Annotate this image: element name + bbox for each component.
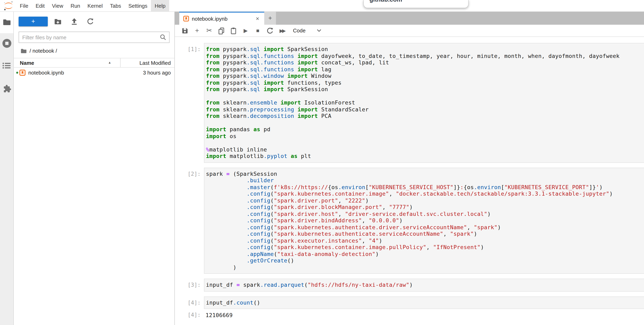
sidebar-tab-toc[interactable] (2, 62, 11, 69)
menu-item-settings[interactable]: Settings (125, 0, 151, 11)
chevron-down-icon (317, 29, 321, 32)
cell-editor[interactable]: input_df.count() (204, 296, 644, 309)
code-cell: [2]:spark = (SparkSession .builder .mast… (175, 167, 644, 274)
column-header-modified[interactable]: Last Modified (140, 60, 171, 66)
search-icon (160, 34, 166, 42)
output-prompt: [4]: (175, 311, 204, 319)
menu-items: File Edit View Run Kernel Tabs Settings … (16, 0, 169, 11)
interrupt-kernel-button[interactable]: ■ (252, 25, 264, 36)
run-cell-button[interactable]: ▶ (240, 25, 252, 36)
new-folder-icon (54, 19, 62, 25)
table-of-contents-icon (2, 62, 11, 69)
fast-forward-icon: ▶▶ (280, 28, 285, 34)
cell-type-select[interactable]: Code (293, 28, 321, 34)
restart-kernel-button[interactable] (264, 25, 276, 36)
file-list-header: Name ▲ Last Modified (14, 58, 174, 68)
menu-item-run[interactable]: Run (67, 0, 84, 11)
copy-cells-button[interactable] (215, 25, 228, 36)
refresh-button[interactable] (87, 18, 94, 25)
input-prompt: [2]: (175, 167, 204, 274)
output-text: 12106669 (204, 311, 644, 319)
tab-label: notebook.ipynb (192, 16, 228, 22)
cell-editor[interactable]: input_df = spark.read.parquet("hdfs://hd… (204, 279, 644, 291)
restart-icon (267, 27, 273, 34)
run-icon: ▶ (244, 28, 248, 34)
jupyterlab-app: File Edit View Run Kernel Tabs Settings … (0, 0, 644, 325)
menu-item-kernel[interactable]: Kernel (84, 0, 106, 11)
file-modified: 3 hours ago (143, 70, 171, 76)
cut-icon: ✂ (206, 26, 212, 35)
paste-icon (230, 27, 237, 34)
tab-bar: notebook.ipynb ✕ + (175, 11, 644, 25)
menu-item-view[interactable]: View (48, 0, 67, 11)
sidebar-tab-filebrowser[interactable] (0, 11, 13, 33)
paste-cells-button[interactable] (228, 25, 240, 36)
workspace: notebook.ipynb ✕ + + ✂ (175, 11, 644, 325)
menu-item-help[interactable]: Help (151, 0, 169, 11)
input-prompt: [3]: (175, 279, 204, 291)
upload-icon (71, 18, 77, 25)
file-browser-panel: + (14, 11, 175, 325)
home-folder-icon (21, 48, 27, 53)
refresh-icon (87, 18, 94, 25)
column-header-name[interactable]: Name (14, 60, 34, 66)
code-cell: [3]:input_df = spark.read.parquet("hdfs:… (175, 279, 644, 291)
sidebar-tab-extensions[interactable] (2, 84, 11, 93)
menu-item-tabs[interactable]: Tabs (106, 0, 125, 11)
extension-puzzle-icon (2, 84, 11, 93)
site-info-popup: github.com (364, 0, 468, 8)
restart-run-all-button[interactable]: ▶▶ (276, 25, 288, 36)
tab-notebook[interactable]: notebook.ipynb ✕ (179, 11, 264, 25)
save-icon (181, 27, 188, 34)
new-folder-button[interactable] (54, 19, 62, 25)
notebook-tab-icon (183, 16, 189, 22)
plus-icon: + (195, 27, 199, 35)
file-browser-toolbar: + (14, 11, 174, 28)
new-launcher-button[interactable]: + (18, 17, 48, 26)
new-tab-button[interactable]: + (264, 11, 276, 25)
save-button[interactable] (179, 25, 191, 36)
cell-editor[interactable]: from pyspark.sql import SparkSessionfrom… (204, 43, 644, 163)
activity-bar (0, 11, 14, 325)
file-list-item[interactable]: notebook.ipynb 3 hours ago (14, 68, 174, 77)
menu-item-edit[interactable]: Edit (32, 0, 48, 11)
breadcrumb[interactable]: / notebook / (14, 43, 174, 58)
jupyter-logo-icon (3, 1, 14, 11)
file-filter-input[interactable] (18, 32, 170, 43)
site-info-popup-text: github.com (370, 0, 468, 3)
stop-icon: ■ (256, 28, 260, 34)
menu-bar: File Edit View Run Kernel Tabs Settings … (0, 0, 644, 12)
notebook-cells: [1]:from pyspark.sql import SparkSession… (175, 37, 644, 325)
breadcrumb-path: / notebook / (30, 48, 57, 54)
upload-button[interactable] (71, 18, 77, 25)
file-filter (18, 32, 170, 43)
column-divider (120, 58, 120, 67)
cell-type-value: Code (293, 28, 306, 34)
notebook-file-icon (20, 70, 26, 76)
running-kernels-icon (2, 39, 11, 48)
close-tab-icon[interactable]: ✕ (254, 15, 261, 22)
copy-icon (218, 27, 225, 34)
kernel-running-dot (16, 72, 18, 74)
cell-editor[interactable]: spark = (SparkSession .builder .master(f… (204, 167, 644, 274)
code-cell: [4]:input_df.count() (175, 296, 644, 309)
insert-cell-button[interactable]: + (191, 25, 203, 36)
menu-item-file[interactable]: File (16, 0, 32, 11)
main-layout: + (0, 11, 644, 325)
input-prompt: [1]: (175, 43, 204, 163)
file-name: notebook.ipynb (28, 70, 64, 76)
cut-cells-button[interactable]: ✂ (203, 25, 215, 36)
sidebar-tab-running[interactable] (2, 39, 11, 48)
code-cell: [1]:from pyspark.sql import SparkSession… (175, 43, 644, 163)
sort-ascending-icon: ▲ (108, 61, 111, 64)
output-area: [4]:12106669 (175, 311, 644, 319)
input-prompt: [4]: (175, 296, 204, 309)
folder-icon (3, 19, 11, 26)
notebook-toolbar: + ✂ ▶ ■ (175, 25, 644, 37)
